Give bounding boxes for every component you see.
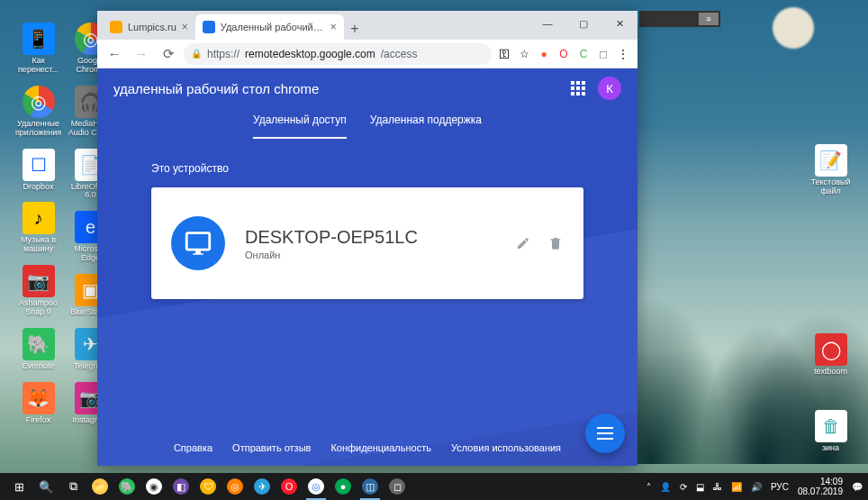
bgwin-menu-icon[interactable]: ≡ (699, 13, 719, 25)
device-card[interactable]: DESKTOP-OEP51LC Онлайн (151, 187, 583, 299)
close-tab-icon[interactable]: × (330, 21, 337, 33)
background-window-controls[interactable]: ≡ (639, 11, 720, 27)
device-name: DESKTOP-OEP51LC (245, 227, 495, 248)
hamburger-icon (597, 432, 613, 434)
page-tab[interactable]: Удаленная поддержка (370, 108, 482, 139)
tray-volume-icon[interactable]: 🔊 (751, 482, 762, 492)
icon-label: Dropbox (14, 183, 63, 192)
tray-date: 08.07.2019 (798, 486, 843, 496)
edit-icon[interactable] (515, 235, 531, 251)
desktop-icon[interactable]: 📝Текстовый файл (806, 144, 855, 196)
google-apps-icon[interactable] (571, 81, 585, 95)
star-icon[interactable]: ☆ (515, 45, 533, 63)
app-bar-actions: К (571, 77, 621, 100)
taskbar-app[interactable]: ◧ (167, 473, 194, 500)
page-content: удаленный рабочий стол chrome К Удаленны… (97, 68, 637, 466)
footer-link[interactable]: Конфиденциальность (330, 442, 431, 453)
tray-chevron-icon[interactable]: ˄ (646, 482, 651, 492)
footer-link[interactable]: Отправить отзыв (232, 442, 311, 453)
forward-button[interactable]: → (130, 42, 153, 66)
desktop-icon[interactable]: ♪Музыка в машину (14, 202, 63, 254)
delete-icon[interactable] (547, 235, 564, 251)
desktop-icon[interactable]: ◯textboom (806, 333, 855, 377)
ext-icon[interactable]: ◻ (594, 45, 612, 63)
tray-sync-icon[interactable]: ⟳ (680, 482, 687, 492)
desktop-icon[interactable]: 📱Как перенест... (14, 23, 63, 75)
desktop-icon[interactable]: ☐Dropbox (14, 149, 63, 192)
back-button[interactable]: ← (103, 42, 126, 66)
new-tab-button[interactable]: + (344, 18, 366, 40)
desktop-icon[interactable]: 🦊Firefox (14, 382, 63, 425)
app-icon: ◯ (815, 333, 847, 366)
wallpaper-moon (773, 7, 814, 49)
app-icon: ☐ (23, 149, 55, 181)
task-view-icon[interactable]: ⧉ (59, 473, 86, 500)
ext-icon[interactable]: C (574, 45, 592, 63)
tray-people-icon[interactable]: 👤 (660, 482, 671, 492)
key-icon[interactable]: ⚿ (495, 45, 513, 63)
tray-notifications-icon[interactable]: 💬 (852, 482, 863, 492)
taskbar-evernote[interactable]: 🐘 (113, 473, 140, 500)
taskbar-app[interactable]: ◉ (140, 473, 167, 500)
tab-title: Lumpics.ru (128, 22, 176, 32)
icon-label: Текстовый файл (806, 178, 855, 196)
toolbar-icons: ⚿ ☆ ● O C ◻ ⋮ (495, 45, 632, 63)
app-icon: 🐘 (23, 328, 55, 360)
tab-remote-desktop[interactable]: Удаленный рабочий стол Chro × (195, 14, 344, 40)
desktop-icons-col-right: 📝Текстовый файл (806, 144, 855, 207)
ext-icon[interactable]: ● (535, 45, 553, 63)
taskbar-app[interactable]: ◎ (222, 473, 249, 500)
icon-label: textboom (806, 368, 855, 377)
desktop-icon[interactable]: 🗑зина (806, 410, 855, 453)
taskbar-app[interactable]: ◻ (384, 473, 411, 500)
url-box[interactable]: 🔒 https://remotedesktop.google.com/acces… (184, 43, 492, 65)
tray-network-icon[interactable]: 🖧 (713, 482, 722, 492)
lock-icon: 🔒 (191, 49, 202, 59)
taskbar-app[interactable]: ● (330, 473, 357, 500)
device-actions (515, 235, 564, 251)
taskbar-opera[interactable]: O (276, 473, 303, 500)
menu-icon[interactable]: ⋮ (614, 45, 632, 63)
desktop-icons-colR3: 🗑зина (806, 410, 855, 464)
tray-wifi-icon[interactable]: 📶 (731, 482, 742, 492)
footer-link[interactable]: Справка (174, 442, 212, 453)
icon-label: Удаленные приложения (14, 120, 63, 138)
page-footer: СправкаОтправить отзывКонфиденциальность… (97, 442, 637, 453)
tab-lumpics[interactable]: Lumpics.ru × (103, 14, 195, 40)
taskbar-explorer[interactable]: 📁 (86, 473, 113, 500)
tray-clock[interactable]: 14:09 08.07.2019 (798, 477, 843, 496)
reload-button[interactable]: ⟳ (157, 42, 180, 66)
favicon-icon (110, 21, 122, 33)
taskbar-app[interactable]: 🛡 (194, 473, 222, 500)
taskbar: ⊞ 🔍 ⧉ 📁 🐘 ◉ ◧ 🛡 ◎ ✈ O ◎ ● ◫ ◻ ˄ 👤 ⟳ ⬓ 🖧 … (0, 473, 868, 500)
close-tab-icon[interactable]: × (182, 21, 188, 33)
app-bar: удаленный рабочий стол chrome К (97, 68, 637, 108)
maximize-button[interactable]: ▢ (565, 11, 601, 36)
icon-label: Evernote (14, 362, 63, 371)
desktop-icon[interactable]: 📷Ashampoo Snap 9 (14, 265, 63, 317)
tray-time: 14:09 (798, 477, 843, 486)
device-info: DESKTOP-OEP51LC Онлайн (245, 227, 495, 260)
icon-label: Как перенест... (14, 57, 63, 75)
account-avatar[interactable]: К (598, 77, 621, 100)
tray-language[interactable]: РУС (771, 482, 789, 492)
desktop-icon[interactable]: ◎Удаленные приложения (14, 86, 63, 138)
url-prefix: https:// (207, 48, 240, 60)
page-tab[interactable]: Удаленный доступ (253, 108, 347, 139)
close-button[interactable]: ✕ (601, 11, 637, 36)
search-icon[interactable]: 🔍 (32, 473, 59, 500)
favicon-icon (203, 21, 215, 33)
taskbar-app[interactable]: ◫ (357, 473, 384, 500)
minimize-button[interactable]: — (529, 11, 565, 36)
app-icon: 🦊 (23, 382, 55, 414)
taskbar-chrome[interactable]: ◎ (303, 473, 330, 500)
taskbar-telegram[interactable]: ✈ (249, 473, 276, 500)
icon-label: зина (806, 444, 855, 453)
footer-link[interactable]: Условия использования (451, 442, 561, 453)
start-button[interactable]: ⊞ (5, 473, 32, 500)
desktop-icon[interactable]: 🐘Evernote (14, 328, 63, 371)
tray-dropbox-icon[interactable]: ⬓ (696, 482, 704, 492)
system-tray: ˄ 👤 ⟳ ⬓ 🖧 📶 🔊 РУС 14:09 08.07.2019 💬 (646, 477, 863, 496)
opera-ext-icon[interactable]: O (555, 45, 573, 63)
fab-menu-button[interactable] (585, 414, 625, 453)
